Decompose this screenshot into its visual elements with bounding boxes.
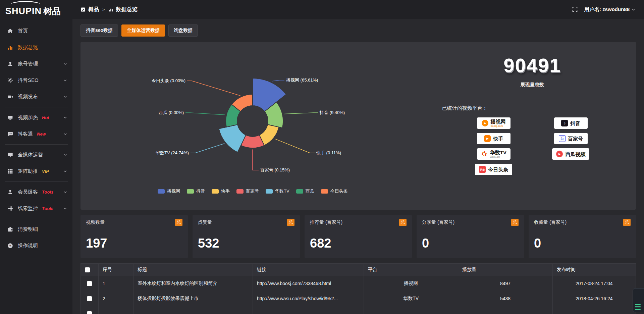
total-impressions-value: 90491 xyxy=(439,54,626,76)
legend-item-西瓜[interactable]: 西瓜 xyxy=(296,188,314,194)
sidebar-item-label: 消费明细 xyxy=(18,226,38,232)
username-label: 用户名: zswodun88 xyxy=(584,6,630,13)
widget-bar xyxy=(635,304,641,305)
sidebar-item-账号管理[interactable]: 账号管理 xyxy=(0,56,72,72)
user-menu[interactable]: 用户名: zswodun88 xyxy=(584,6,635,13)
platform-badge-百家号: 百百家号 xyxy=(554,133,588,144)
sidebar-item-label: 视频加热 xyxy=(18,114,38,121)
breadcrumb: 树品 > 数据总览 xyxy=(80,6,138,13)
tab-抖音seo数据[interactable]: 抖音seo数据 xyxy=(80,24,118,37)
stat-card-head: 视频数量总 xyxy=(86,215,182,230)
logo-cn: 树品 xyxy=(43,5,61,17)
legend-item-播视网[interactable]: 播视网 xyxy=(158,188,180,194)
cell-platform: 华数TV xyxy=(364,291,458,306)
cell-title[interactable]: 室外水纹灯和室内水纹灯的区别和简介 xyxy=(133,276,253,291)
chevron-down-icon xyxy=(63,132,67,136)
stat-card-title: 点赞量 xyxy=(198,219,212,225)
stat-card-head: 分享量 (百家号)总 xyxy=(422,215,519,230)
cell-time: 2018-04-26 16:24 xyxy=(552,291,636,306)
question-icon: ? xyxy=(7,243,13,249)
floating-helper-widget[interactable] xyxy=(633,288,644,312)
pie-label-line xyxy=(253,150,259,170)
logo-arc xyxy=(11,1,40,8)
sidebar-item-视频发布[interactable]: 视频发布 xyxy=(0,89,72,105)
tab-询盘数据[interactable]: 询盘数据 xyxy=(168,24,198,37)
kuaishou-logo: ▶ xyxy=(484,135,491,142)
sidebar-item-label: 操作说明 xyxy=(18,243,38,249)
fullscreen-icon[interactable] xyxy=(572,7,578,12)
column-header-播放量: 播放量 xyxy=(458,264,552,276)
pie-slice-播视网[interactable] xyxy=(253,78,286,111)
legend-item-百家号[interactable]: 百家号 xyxy=(236,188,259,194)
sidebar-item-数据总览[interactable]: 数据总览 xyxy=(0,39,72,56)
legend-item-今日头条[interactable]: 今日头条 xyxy=(321,188,348,194)
row-checkbox[interactable] xyxy=(87,296,92,301)
platforms-title: 已统计的视频平台： xyxy=(442,105,626,111)
pie-label: 百家号 (0.15%) xyxy=(260,167,290,172)
legend-label: 西瓜 xyxy=(306,188,314,194)
widget-bar xyxy=(635,309,641,310)
sidebar-item-抖客通[interactable]: 抖客通New xyxy=(0,126,72,142)
stat-card-title: 视频数量 xyxy=(86,219,105,225)
platform-badge-今日头条: 头条今日头条 xyxy=(475,164,512,175)
tab-全媒体运营数据[interactable]: 全媒体运营数据 xyxy=(121,24,165,37)
table-header-row: 序号标题链接平台播放量发布时间 xyxy=(81,264,636,276)
breadcrumb-root[interactable]: 树品 xyxy=(88,6,99,13)
overview-panel: 播视网 (65.61%)抖音 (9.40%)快手 (0.11%)百家号 (0.1… xyxy=(80,42,636,210)
platform-grid: ▶播视网boosj.com♪抖音▶快手百百家号华数TVwasu.cn▶西瓜视频头… xyxy=(439,117,626,175)
sidebar-item-全媒体运营[interactable]: 全媒体运营 xyxy=(0,147,72,163)
sidebar-item-label: 首页 xyxy=(18,28,28,34)
sidebar-item-矩阵助推[interactable]: 矩阵助推VIP xyxy=(0,163,72,179)
pie-slice-华数TV[interactable] xyxy=(219,124,246,152)
sidebar-item-抖音SEO[interactable]: 抖音SEO xyxy=(0,72,72,89)
xigua-logo: ▶ xyxy=(556,151,563,157)
videos-table-wrap: 序号标题链接平台播放量发布时间 1室外水纹灯和室内水纹灯的区别和简介http:/… xyxy=(80,263,636,314)
grid-icon xyxy=(7,168,13,174)
sidebar-divider xyxy=(5,144,68,145)
home-icon xyxy=(7,28,13,34)
row-checkbox[interactable] xyxy=(87,311,92,314)
total-badge: 总 xyxy=(623,219,631,226)
legend-item-快手[interactable]: 快手 xyxy=(212,188,230,194)
douyin-logo: ♪ xyxy=(561,120,568,126)
select-all-checkbox[interactable] xyxy=(85,267,90,272)
wasu-logo xyxy=(481,151,488,157)
sidebar-item-label: 全媒体运营 xyxy=(18,152,43,158)
stat-card-title: 收藏量 (百家号) xyxy=(534,219,567,225)
sidebar-item-会员爆客[interactable]: 会员爆客Tools xyxy=(0,184,72,200)
sidebar-item-首页[interactable]: 首页 xyxy=(0,23,72,39)
sidebar-item-消费明细[interactable]: 消费明细 xyxy=(0,221,72,238)
legend-swatch xyxy=(321,189,328,194)
stat-card-收藏量 (百家号): 收藏量 (百家号)总0 xyxy=(529,215,636,258)
sidebar-item-操作说明[interactable]: ?操作说明 xyxy=(0,238,72,254)
sidebar-item-label: 视频发布 xyxy=(18,94,38,100)
column-header-序号: 序号 xyxy=(98,264,133,276)
baijiahao-logo: 百 xyxy=(559,135,566,142)
cell-link[interactable]: http://www.boosj.com/7338468.html xyxy=(253,276,364,291)
legend-item-华数TV[interactable]: 华数TV xyxy=(266,188,289,194)
row-checkbox[interactable] xyxy=(87,281,92,286)
svg-text:?: ? xyxy=(9,244,11,247)
cell-platform: 播视网 xyxy=(364,276,458,291)
video-icon xyxy=(7,94,13,100)
stat-card-value: 532 xyxy=(198,230,294,251)
platform-subtext: wasu.cn xyxy=(490,156,500,158)
legend-item-抖音[interactable]: 抖音 xyxy=(187,188,205,194)
sidebar-badge: Hot xyxy=(42,115,49,120)
topbar: 树品 > 数据总览 用户名: zswodun88 xyxy=(72,0,644,19)
content: 抖音seo数据全媒体运营数据询盘数据 播视网 (65.61%)抖音 (9.40%… xyxy=(72,19,644,314)
sidebar-item-视频加热[interactable]: 视频加热Hot xyxy=(0,109,72,126)
stat-card-value: 0 xyxy=(422,230,519,251)
sidebar-divider xyxy=(5,107,68,107)
cell-link[interactable]: http://www.wasu.cn/Play/show/id/952... xyxy=(253,291,364,306)
main-column: 树品 > 数据总览 用户名: zswodun88 抖音seo数据全媒体运营数据询… xyxy=(72,0,644,314)
cell-title[interactable]: 楼体投影灯投影效果震撼上市 xyxy=(133,291,253,306)
app-logo: SHUPIN 树品 xyxy=(0,0,72,20)
stat-card-head: 推荐量 (百家号)总 xyxy=(310,215,407,230)
stat-card-value: 682 xyxy=(310,230,407,251)
sidebar-item-线索监控[interactable]: 线索监控Tools xyxy=(0,200,72,217)
stat-card-title: 推荐量 (百家号) xyxy=(310,219,342,225)
tabs-row: 抖音seo数据全媒体运营数据询盘数据 xyxy=(80,24,636,37)
bar-chart-icon xyxy=(7,45,13,51)
videos-table: 序号标题链接平台播放量发布时间 1室外水纹灯和室内水纹灯的区别和简介http:/… xyxy=(80,263,636,314)
